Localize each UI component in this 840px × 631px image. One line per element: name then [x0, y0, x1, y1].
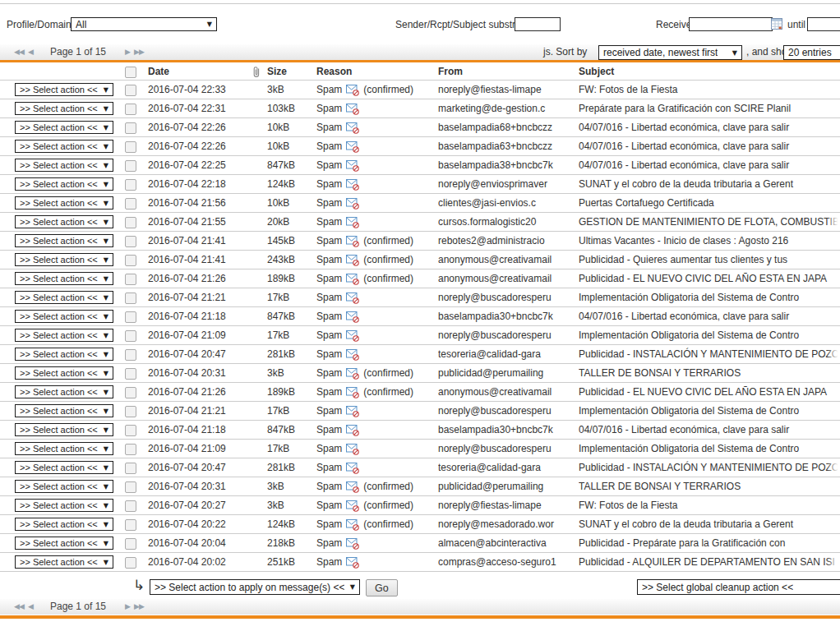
row-subject: SUNAT y el cobro de la deuda tributaria …	[579, 175, 840, 193]
row-action-select[interactable]: >> Select action << ▼	[15, 329, 113, 342]
received-date-until-input[interactable]	[807, 17, 840, 31]
dropdown-arrow-icon: ▼	[104, 351, 108, 358]
first-page-icon[interactable]: ◀◀	[14, 599, 24, 615]
row-checkbox[interactable]	[125, 538, 136, 550]
row-subject: TALLER DE BONSAI Y TERRARIOS	[579, 364, 840, 382]
go-button[interactable]: Go	[366, 579, 398, 596]
row-checkbox[interactable]	[125, 500, 136, 512]
row-action-select[interactable]: >> Select action << ▼	[15, 310, 113, 323]
row-checkbox[interactable]	[125, 255, 136, 266]
row-action-select[interactable]: >> Select action << ▼	[15, 348, 113, 361]
row-from: publicidad@perumailing	[438, 477, 576, 495]
row-subject: 04/07/016 - Libertad económica, clave pa…	[579, 137, 840, 155]
row-action-select[interactable]: >> Select action << ▼	[15, 499, 113, 512]
global-cleanup-select[interactable]: >> Select global cleanup action << ▼	[637, 579, 840, 595]
row-action-select[interactable]: >> Select action << ▼	[15, 291, 113, 304]
row-action-select[interactable]: >> Select action << ▼	[15, 272, 113, 285]
confirmed-label: (confirmed)	[363, 269, 413, 288]
row-action-select[interactable]: >> Select action << ▼	[15, 404, 113, 417]
spam-blocked-icon	[346, 179, 359, 191]
select-all-checkbox[interactable]	[125, 67, 136, 78]
reason-label: Spam	[316, 213, 342, 231]
row-checkbox[interactable]	[125, 481, 136, 493]
row-checkbox[interactable]	[125, 292, 136, 304]
spam-blocked-icon	[346, 160, 359, 172]
substring-input[interactable]	[515, 17, 561, 31]
row-checkbox[interactable]	[125, 368, 136, 380]
reason-label: Spam	[316, 458, 342, 477]
row-action-select[interactable]: >> Select action << ▼	[15, 234, 113, 247]
row-size: 3kB	[267, 496, 284, 514]
row-size: 847kB	[267, 307, 295, 325]
row-action-select[interactable]: >> Select action << ▼	[15, 253, 113, 266]
row-reason: Spam (confirmed)	[316, 81, 413, 99]
row-size: 17kB	[267, 440, 289, 458]
row-checkbox[interactable]	[125, 519, 136, 531]
row-checkbox[interactable]	[125, 160, 136, 172]
row-size: 124kB	[267, 515, 295, 533]
apply-action-select[interactable]: >> Select action to apply on message(s) …	[150, 579, 360, 595]
table-row: >> Select action << ▼ 2016-07-04 22:26 1…	[0, 118, 840, 137]
sort-order-select[interactable]: received date, newest first ▼	[598, 45, 742, 60]
row-action-select[interactable]: >> Select action << ▼	[15, 385, 113, 398]
row-checkbox[interactable]	[125, 122, 136, 134]
row-action-select[interactable]: >> Select action << ▼	[15, 121, 113, 134]
row-action-select[interactable]: >> Select action << ▼	[15, 555, 113, 569]
row-action-select[interactable]: >> Select action << ▼	[15, 423, 113, 436]
row-from: baselampadia68+bncbczz	[438, 118, 576, 136]
first-page-icon[interactable]: ◀◀	[14, 44, 24, 60]
row-action-select[interactable]: >> Select action << ▼	[15, 159, 113, 172]
row-action-select[interactable]: >> Select action << ▼	[15, 140, 113, 153]
row-action-select[interactable]: >> Select action << ▼	[15, 480, 113, 493]
reason-label: Spam	[316, 232, 342, 250]
reason-label: Spam	[316, 383, 342, 401]
dropdown-arrow-icon: ▼	[207, 21, 212, 28]
dropdown-arrow-icon: ▼	[104, 105, 108, 113]
row-action-select[interactable]: >> Select action << ▼	[15, 215, 113, 228]
entries-count-select[interactable]: 20 entries	[783, 45, 840, 60]
confirmed-label: (confirmed)	[363, 81, 413, 99]
row-checkbox[interactable]	[125, 311, 136, 323]
row-checkbox[interactable]	[125, 330, 136, 342]
row-checkbox[interactable]	[125, 85, 136, 96]
row-checkbox[interactable]	[125, 179, 136, 191]
dropdown-arrow-icon: ▼	[104, 200, 108, 207]
spam-blocked-icon	[346, 236, 359, 247]
row-checkbox[interactable]	[125, 198, 136, 210]
row-checkbox[interactable]	[125, 217, 136, 228]
profile-domain-select[interactable]: All ▼	[71, 17, 217, 31]
next-page-icon[interactable]: ▶	[125, 599, 130, 615]
row-checkbox[interactable]	[125, 387, 136, 398]
row-action-select[interactable]: >> Select action << ▼	[15, 102, 113, 115]
next-page-icon[interactable]: ▶	[125, 44, 130, 60]
row-checkbox[interactable]	[125, 444, 136, 455]
prev-page-icon[interactable]: ◀	[28, 44, 33, 60]
row-checkbox[interactable]	[125, 141, 136, 153]
row-from: noreply@mesadorado.wor	[438, 515, 576, 533]
row-from: baselampadia38+bncbc7k	[438, 156, 576, 174]
row-action-select[interactable]: >> Select action << ▼	[15, 366, 113, 380]
row-checkbox[interactable]	[125, 349, 136, 361]
row-checkbox[interactable]	[125, 274, 136, 285]
confirmed-label: (confirmed)	[363, 515, 413, 533]
last-page-icon[interactable]: ▶▶	[134, 599, 144, 615]
row-action-select[interactable]: >> Select action << ▼	[15, 196, 113, 210]
calendar-icon[interactable]	[771, 18, 782, 30]
row-action-select[interactable]: >> Select action << ▼	[15, 177, 113, 191]
row-checkbox[interactable]	[125, 463, 136, 474]
row-checkbox[interactable]	[125, 406, 136, 417]
last-page-icon[interactable]: ▶▶	[134, 44, 144, 60]
row-action-select[interactable]: >> Select action << ▼	[15, 461, 113, 474]
row-checkbox[interactable]	[125, 236, 136, 247]
row-reason: Spam	[316, 118, 363, 136]
row-date: 2016-07-04 20:31	[148, 477, 226, 495]
row-action-select[interactable]: >> Select action << ▼	[15, 537, 113, 550]
row-checkbox[interactable]	[125, 425, 136, 436]
received-date-from-input[interactable]	[689, 17, 773, 31]
row-checkbox[interactable]	[125, 104, 136, 115]
prev-page-icon[interactable]: ◀	[28, 599, 33, 615]
row-checkbox[interactable]	[125, 557, 136, 569]
row-action-select[interactable]: >> Select action << ▼	[15, 83, 113, 96]
row-action-select[interactable]: >> Select action << ▼	[15, 518, 113, 531]
row-action-select[interactable]: >> Select action << ▼	[15, 442, 113, 455]
